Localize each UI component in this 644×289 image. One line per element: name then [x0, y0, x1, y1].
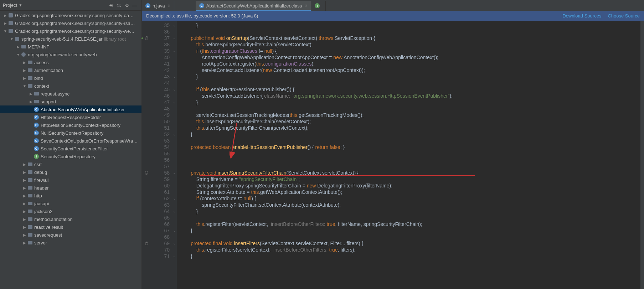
- tree-expand-icon[interactable]: ▶: [22, 233, 27, 237]
- close-icon[interactable]: ×: [168, 3, 170, 8]
- code-line[interactable]: private void insertSpringSecurityFilterC…: [180, 170, 644, 176]
- tree-row[interactable]: ▶bind: [0, 74, 141, 82]
- tree-row[interactable]: ▶header: [0, 184, 141, 192]
- tree-expand-icon[interactable]: ▶: [22, 76, 27, 80]
- code-line[interactable]: }: [180, 208, 644, 215]
- code-line[interactable]: servletContext.addListener(new ContextLo…: [180, 67, 644, 73]
- tree-row[interactable]: SecurityContextPersistenceFilter: [0, 145, 141, 153]
- tree-row[interactable]: ▶Gradle: org.springframework.security:sp…: [0, 11, 141, 19]
- tree-expand-icon[interactable]: ▼: [9, 37, 14, 41]
- code-line[interactable]: this.registerFilter(servletContext, inse…: [180, 221, 644, 227]
- tree-row[interactable]: ▼Gradle: org.springframework.security:sp…: [0, 27, 141, 35]
- choose-sources-link[interactable]: Choose Source: [608, 13, 640, 19]
- tree-row[interactable]: ▶Gradle: org.springframework.security:sp…: [0, 19, 141, 27]
- code-line[interactable]: this.afterSpringSecurityFilterChain(serv…: [180, 125, 644, 131]
- code-line[interactable]: }: [180, 253, 644, 259]
- code-line[interactable]: [180, 163, 644, 170]
- code-line[interactable]: if (this.enableHttpSessionEventPublisher…: [180, 86, 644, 93]
- tree-expand-icon[interactable]: ▶: [22, 225, 27, 229]
- tree-expand-icon[interactable]: ▶: [22, 241, 27, 245]
- code-line[interactable]: [180, 29, 644, 35]
- tree-row[interactable]: SaveContextOnUpdateOrErrorResponseWra…: [0, 137, 141, 145]
- collapse-all-icon[interactable]: ⇆: [115, 1, 123, 9]
- tree-row[interactable]: ▶support: [0, 98, 141, 105]
- tree-expand-icon[interactable]: ▶: [22, 178, 27, 182]
- code-line[interactable]: protected final void insertFilters(Servl…: [180, 240, 644, 247]
- tree-expand-icon[interactable]: ▼: [16, 53, 21, 57]
- tree-row[interactable]: ▶firewall: [0, 176, 141, 184]
- tree-expand-icon[interactable]: ▶: [22, 194, 27, 198]
- tree-expand-icon[interactable]: ▶: [22, 202, 27, 206]
- tree-row[interactable]: ▶reactive.result: [0, 223, 141, 231]
- editor-tab[interactable]: AbstractSecurityWebApplicationInitialize…: [196, 1, 311, 11]
- error-stripe[interactable]: [640, 21, 644, 289]
- code-line[interactable]: [180, 234, 644, 240]
- code-line[interactable]: if (this.configurationClasses != null) {: [180, 48, 644, 54]
- tree-row[interactable]: ▶META-INF: [0, 43, 141, 51]
- code-line[interactable]: [180, 157, 644, 163]
- code-line[interactable]: springSecurityFilterChain.setContextAttr…: [180, 202, 644, 208]
- close-icon[interactable]: ×: [305, 3, 307, 8]
- tree-row[interactable]: ▶http: [0, 192, 141, 200]
- line-number-gutter[interactable]: 353637@●38394041424344454647484950515253…: [142, 21, 172, 289]
- code-line[interactable]: AnnotationConfigWebApplicationContext ro…: [180, 54, 644, 61]
- code-line[interactable]: if (contextAttribute != null) {: [180, 195, 644, 202]
- code-line[interactable]: [180, 150, 644, 157]
- tree-expand-icon[interactable]: ▶: [22, 186, 27, 190]
- editor-tab[interactable]: [311, 1, 326, 11]
- gear-icon[interactable]: ⚙: [123, 1, 131, 9]
- code-editor[interactable]: 353637@●38394041424344454647484950515253…: [142, 21, 644, 289]
- tree-row[interactable]: ▼spring-security-web-5.1.4.RELEASE.jarli…: [0, 35, 141, 43]
- tree-row[interactable]: ▶debug: [0, 168, 141, 176]
- tree-expand-icon[interactable]: ▶: [3, 21, 8, 25]
- project-title[interactable]: Project: [3, 2, 17, 8]
- code-line[interactable]: rootAppContext.register(this.configurati…: [180, 61, 644, 67]
- tree-row[interactable]: AbstractSecurityWebApplicationInitialize…: [0, 105, 141, 113]
- code-line[interactable]: String filterName = "springSecurityFilte…: [180, 176, 644, 182]
- tree-row[interactable]: ▶jaasapi: [0, 200, 141, 207]
- tree-row[interactable]: ▶authentication: [0, 66, 141, 74]
- code-line[interactable]: protected boolean enableHttpSessionEvent…: [180, 144, 644, 150]
- code-line[interactable]: this.registerFilters(servletContext, ins…: [180, 247, 644, 253]
- download-sources-link[interactable]: Download Sources: [562, 13, 601, 19]
- code-line[interactable]: this.beforeSpringSecurityFilterChain(ser…: [180, 41, 644, 48]
- tree-row[interactable]: ▶method.annotation: [0, 215, 141, 223]
- code-line[interactable]: String contextAttribute = this.getWebApp…: [180, 189, 644, 195]
- tree-expand-icon[interactable]: ▶: [22, 210, 27, 213]
- tree-expand-icon[interactable]: ▶: [29, 100, 34, 104]
- tree-row[interactable]: SecurityContextRepository: [0, 153, 141, 160]
- code-line[interactable]: }: [180, 227, 644, 234]
- tree-expand-icon[interactable]: ▶: [3, 14, 8, 17]
- code-line[interactable]: }: [180, 73, 644, 80]
- minimize-icon[interactable]: —: [131, 1, 139, 9]
- tree-expand-icon[interactable]: ▶: [22, 217, 27, 221]
- tree-row[interactable]: ▼org.springframework.security.web: [0, 51, 141, 58]
- code-line[interactable]: [180, 105, 644, 112]
- code-line[interactable]: [180, 138, 644, 144]
- tree-expand-icon[interactable]: ▶: [22, 61, 27, 64]
- tree-row[interactable]: ▶csrf: [0, 160, 141, 168]
- code-area[interactable]: } public final void onStartup(ServletCon…: [177, 21, 644, 289]
- tree-expand-icon[interactable]: ▶: [16, 45, 21, 49]
- tree-expand-icon[interactable]: ▼: [3, 29, 8, 33]
- tree-row[interactable]: ▶savedrequest: [0, 231, 141, 239]
- code-line[interactable]: servletContext.setSessionTrackingModes(t…: [180, 112, 644, 118]
- tree-row[interactable]: ▶request.async: [0, 90, 141, 98]
- code-line[interactable]: public final void onStartup(ServletConte…: [180, 35, 644, 41]
- tree-expand-icon[interactable]: ▶: [22, 170, 27, 174]
- code-line[interactable]: [180, 215, 644, 221]
- code-line[interactable]: servletContext.addListener( className: "…: [180, 93, 644, 99]
- tree-expand-icon[interactable]: ▶: [29, 92, 34, 96]
- tree-row[interactable]: ▶jackson2: [0, 207, 141, 215]
- tree-expand-icon[interactable]: ▶: [22, 68, 27, 72]
- tree-expand-icon[interactable]: ▼: [22, 84, 27, 88]
- code-line[interactable]: DelegatingFilterProxy springSecurityFilt…: [180, 182, 644, 189]
- code-line[interactable]: this.insertSpringSecurityFilterChain(ser…: [180, 118, 644, 125]
- code-line[interactable]: [180, 80, 644, 86]
- editor-tab[interactable]: n.java×: [142, 1, 174, 11]
- locate-icon[interactable]: ⊕: [107, 1, 115, 9]
- tree-expand-icon[interactable]: ▶: [22, 162, 27, 166]
- tree-row[interactable]: HttpSessionSecurityContextRepository: [0, 121, 141, 129]
- code-line[interactable]: }: [180, 99, 644, 105]
- tree-row[interactable]: NullSecurityContextRepository: [0, 129, 141, 137]
